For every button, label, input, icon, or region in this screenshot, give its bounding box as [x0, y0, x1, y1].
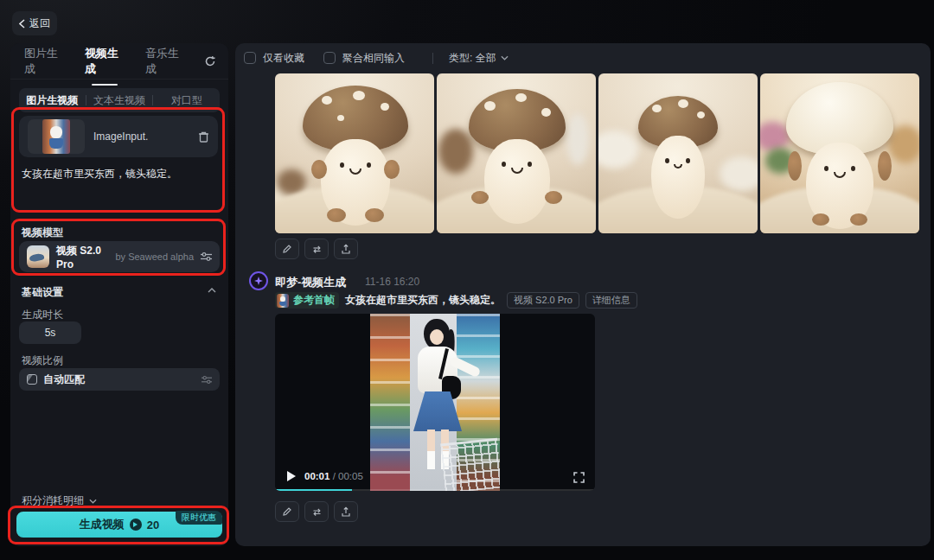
chevron-left-icon	[19, 19, 25, 29]
generated-image-1[interactable]	[275, 73, 434, 233]
edit-button[interactable]	[275, 239, 299, 259]
play-button[interactable]	[287, 471, 296, 481]
model-tag[interactable]: 视频 S2.0 Pro	[507, 292, 579, 309]
regenerate-button[interactable]	[304, 501, 329, 522]
repeat-icon	[311, 507, 323, 517]
girl-figure	[430, 329, 444, 345]
model-section-title: 视频模型	[22, 226, 63, 240]
reference-frame-label: 参考首帧	[293, 293, 335, 308]
aspect-ratio-icon	[27, 374, 37, 385]
repeat-icon	[311, 245, 323, 254]
subtab-lip-sync[interactable]: 对口型	[153, 93, 220, 108]
upload-icon	[341, 506, 351, 518]
model-name: 视频 S2.0 Pro	[56, 244, 108, 270]
generation-tabs: 图片生成 视频生成 音乐生成	[10, 43, 228, 80]
duration-label: 生成时长	[22, 308, 63, 322]
tab-video-generation[interactable]: 视频生成	[83, 36, 126, 86]
input-image-name: ImageInput.	[93, 130, 189, 143]
pencil-icon	[282, 506, 292, 517]
time-separator: /	[333, 471, 336, 481]
mushroom-plush	[291, 86, 420, 224]
sliders-icon	[201, 251, 212, 262]
edit-button[interactable]	[275, 501, 299, 522]
duration-option-5s[interactable]: 5s	[19, 321, 81, 344]
app-avatar	[249, 271, 268, 290]
video-player[interactable]: 00:01 / 00:05	[275, 314, 595, 491]
limited-offer-badge: 限时优惠	[176, 511, 222, 525]
girl-figure	[427, 430, 435, 469]
refresh-icon[interactable]	[204, 55, 216, 67]
type-dropdown[interactable]: 类型: 全部	[449, 51, 509, 66]
sliders-icon	[202, 375, 212, 385]
mushroom-plush	[628, 96, 727, 226]
generated-image-3[interactable]	[598, 73, 758, 233]
tab-music-generation[interactable]: 音乐生成	[144, 36, 187, 86]
input-image-preview	[42, 119, 70, 154]
time-display: 00:01 / 00:05	[304, 471, 363, 481]
fullscreen-icon[interactable]	[573, 472, 585, 483]
basic-settings-title: 基础设置	[22, 285, 63, 300]
group-same-input-checkbox[interactable]	[323, 52, 336, 64]
generated-image-4[interactable]	[760, 73, 919, 233]
shopping-cart	[440, 438, 500, 491]
chevron-down-icon	[501, 55, 509, 60]
prompt-textarea[interactable]: 女孩在超市里买东西，镜头稳定。	[22, 167, 217, 181]
model-selector[interactable]: 视频 S2.0 Pro by Seaweed alpha	[19, 241, 220, 272]
upload-icon	[341, 244, 351, 255]
entry-app-name: 即梦-视频生成	[275, 275, 346, 290]
entry-timestamp: 11-16 16:20	[365, 276, 419, 288]
detail-info-tag[interactable]: 详细信息	[585, 292, 637, 309]
tab-image-generation[interactable]: 图片生成	[22, 36, 66, 86]
mushroom-plush	[779, 82, 900, 227]
sparkle-icon	[254, 277, 263, 285]
export-button[interactable]	[334, 239, 358, 259]
video-progress-bar[interactable]	[275, 489, 595, 491]
credits-detail-label: 积分消耗明细	[22, 493, 84, 508]
reference-frame-thumbnail	[277, 294, 289, 308]
group-same-input-label[interactable]: 聚合相同输入	[342, 51, 405, 66]
ratio-label: 视频比例	[22, 353, 63, 368]
regenerate-button[interactable]	[304, 239, 329, 259]
credits-detail-toggle[interactable]: 积分消耗明细	[22, 493, 97, 508]
video-progress-fill	[275, 489, 352, 491]
shelf-left	[370, 314, 410, 491]
only-favorites-label[interactable]: 仅看收藏	[263, 51, 304, 66]
video-mode-subtabs: 图片生视频 文本生视频 对口型	[19, 88, 220, 112]
pencil-icon	[282, 244, 292, 254]
trash-icon[interactable]	[198, 130, 209, 143]
reference-frame-chip[interactable]: 参考首帧	[275, 292, 339, 309]
entry-prompt-row: 参考首帧 女孩在超市里买东西，镜头稳定。 视频 S2.0 Pro 详细信息	[275, 292, 637, 309]
only-favorites-checkbox[interactable]	[244, 52, 256, 64]
image-input-card[interactable]: ImageInput.	[19, 116, 218, 157]
entry-prompt-text: 女孩在超市里买东西，镜头稳定。	[345, 293, 501, 308]
video-frame	[370, 314, 500, 491]
model-thumbnail	[27, 245, 49, 268]
type-dropdown-label: 类型: 全部	[449, 51, 496, 66]
subtab-text-to-video[interactable]: 文本生视频	[86, 93, 153, 108]
generate-video-button[interactable]: 生成视频 20 限时优惠	[16, 512, 222, 538]
generation-sidebar: 图片生成 视频生成 音乐生成 图片生视频 文本生视频 对口型 ImageInpu…	[10, 43, 228, 546]
back-label: 返回	[29, 16, 50, 31]
ratio-value: 自动匹配	[43, 372, 195, 387]
generated-image-2[interactable]	[437, 73, 596, 233]
input-image-thumbnail[interactable]	[28, 119, 85, 154]
ratio-selector[interactable]: 自动匹配	[19, 368, 220, 391]
filter-bar: 仅看收藏 聚合相同输入 类型: 全部	[235, 43, 931, 73]
app-root: 返回 图片生成 视频生成 音乐生成 图片生视频 文本生视频 对口型 ImageI…	[0, 0, 934, 560]
chevron-up-icon[interactable]	[208, 288, 216, 293]
chevron-down-icon	[89, 499, 97, 504]
export-button[interactable]	[334, 501, 358, 522]
model-author: by Seaweed alpha	[115, 251, 194, 262]
history-panel: 仅看收藏 聚合相同输入 类型: 全部	[235, 43, 931, 546]
subtab-image-to-video[interactable]: 图片生视频	[19, 93, 86, 108]
back-button[interactable]: 返回	[12, 11, 57, 35]
credit-coin-icon	[130, 519, 142, 531]
total-time: 00:05	[338, 471, 363, 481]
filter-divider	[432, 53, 433, 64]
generate-label: 生成视频	[80, 517, 125, 532]
generate-cost: 20	[147, 519, 159, 531]
mushroom-plush	[454, 89, 579, 226]
current-time: 00:01	[304, 471, 329, 481]
